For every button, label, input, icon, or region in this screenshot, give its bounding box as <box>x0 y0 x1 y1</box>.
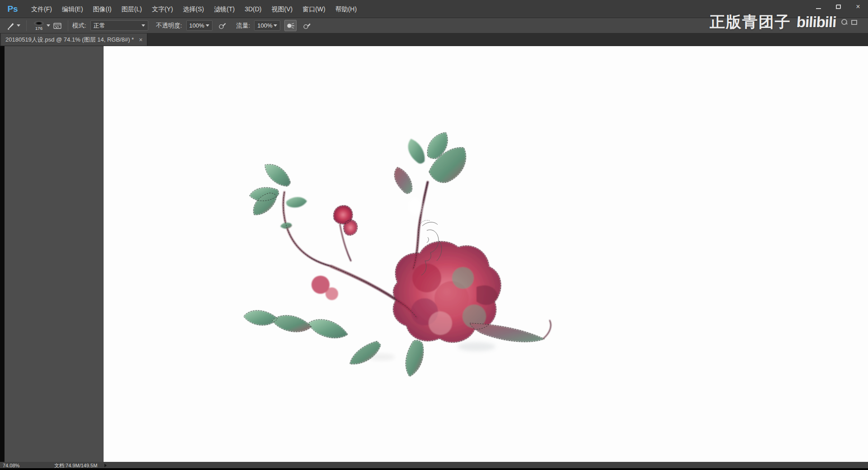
restore-button[interactable] <box>828 0 848 14</box>
blend-mode-value: 正常 <box>94 22 105 30</box>
flow-select[interactable]: 100% <box>254 20 280 31</box>
divider <box>26 20 27 31</box>
chevron-down-icon <box>17 24 20 27</box>
watercolor-flower-artwork <box>223 129 558 382</box>
menu-item-layer[interactable]: 图层(L) <box>117 0 147 18</box>
document-tab-title: 20180519人设.psd @ 74.1% (图层 14, RGB/8#) * <box>5 36 134 44</box>
menu-item-edit[interactable]: 编辑(E) <box>57 0 88 18</box>
chevron-down-icon <box>206 24 209 27</box>
pen-pressure-size-icon <box>303 22 311 30</box>
workspace <box>0 46 868 462</box>
brush-panel-toggle-button[interactable] <box>51 20 64 31</box>
status-menu-arrow[interactable] <box>104 464 107 467</box>
menu-item-window[interactable]: 窗口(W) <box>297 0 330 18</box>
pressure-opacity-button[interactable] <box>217 20 229 31</box>
left-edge-strip <box>0 46 5 462</box>
status-bar: 74.08% 文档:74.9M/149.5M <box>0 462 868 468</box>
brush-tool-icon <box>6 21 15 30</box>
restore-icon <box>836 5 841 9</box>
menu-item-image[interactable]: 图像(I) <box>88 0 117 18</box>
menu-item-type[interactable]: 文字(Y) <box>147 0 178 18</box>
flow-value: 100% <box>257 22 272 29</box>
document-size-info: 文档:74.9M/149.5M <box>54 462 97 468</box>
menu-item-file[interactable]: 文件(F) <box>26 0 57 18</box>
opacity-select[interactable]: 100% <box>186 20 212 31</box>
document-tab-bar: 20180519人设.psd @ 74.1% (图层 14, RGB/8#) *… <box>0 33 868 46</box>
minimize-button[interactable] <box>808 0 828 14</box>
airbrush-icon <box>287 22 295 30</box>
photoshop-window: Ps 文件(F) 编辑(E) 图像(I) 图层(L) 文字(Y) 选择(S) 滤… <box>0 0 868 470</box>
airbrush-button[interactable] <box>284 20 297 31</box>
chevron-down-icon <box>47 24 50 27</box>
mode-label: 模式: <box>72 22 86 30</box>
chevron-down-icon <box>142 24 145 27</box>
selection-marching-ants <box>244 132 544 376</box>
window-controls: × <box>808 0 868 18</box>
menu-item-select[interactable]: 选择(S) <box>178 0 209 18</box>
menu-item-filter[interactable]: 滤镜(T) <box>209 0 240 18</box>
document-tab[interactable]: 20180519人设.psd @ 74.1% (图层 14, RGB/8#) *… <box>1 33 147 46</box>
menu-item-help[interactable]: 帮助(H) <box>330 0 362 18</box>
minimize-icon <box>816 8 821 9</box>
photoshop-logo: Ps <box>5 3 21 15</box>
menu-item-view[interactable]: 视图(V) <box>266 0 297 18</box>
opacity-value: 100% <box>189 22 204 29</box>
left-panel <box>5 46 104 462</box>
bottom-edge-strip <box>0 468 868 470</box>
canvas-area[interactable] <box>104 46 868 462</box>
brush-preset-picker[interactable]: 176 <box>31 19 47 33</box>
pen-pressure-icon <box>218 22 226 30</box>
pressure-size-button[interactable] <box>301 20 313 31</box>
close-button[interactable]: × <box>848 0 868 14</box>
brush-tool-preset-button[interactable] <box>5 20 22 31</box>
chevron-down-icon <box>274 24 277 27</box>
brush-size-value: 176 <box>35 26 42 31</box>
tool-options-bar: 176 模式: 正常 不透明度: 100% 流量: <box>0 18 868 33</box>
flow-label: 流量: <box>236 22 250 30</box>
tab-close-icon[interactable]: × <box>139 37 142 43</box>
brush-panel-icon <box>53 22 61 29</box>
brush-tip-thumbnail <box>33 21 44 26</box>
menu-bar: Ps 文件(F) 编辑(E) 图像(I) 图层(L) 文字(Y) 选择(S) 滤… <box>0 0 868 18</box>
zoom-level-field[interactable]: 74.08% <box>3 462 42 468</box>
opacity-label: 不透明度: <box>156 22 182 30</box>
blend-mode-select[interactable]: 正常 <box>90 20 148 31</box>
divider <box>68 20 68 31</box>
menu-item-3d[interactable]: 3D(D) <box>240 0 266 18</box>
